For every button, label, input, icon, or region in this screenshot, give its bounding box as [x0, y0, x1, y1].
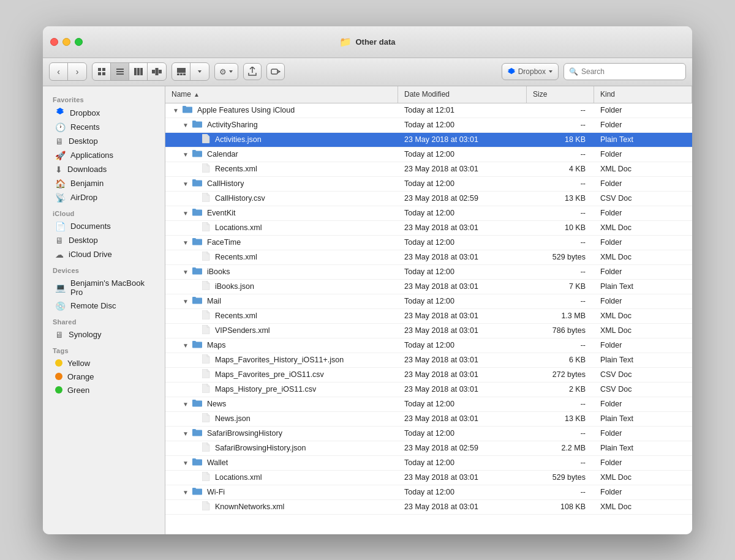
maximize-button[interactable]	[75, 38, 83, 46]
share-button[interactable]	[243, 63, 262, 80]
file-row[interactable]: Locations.xml23 May 2018 at 03:01529 byt…	[165, 471, 692, 485]
search-input[interactable]	[581, 67, 673, 76]
file-row[interactable]: ▼ActivitySharingToday at 12:00--Folder	[165, 118, 692, 133]
forward-button[interactable]: ›	[68, 63, 86, 80]
file-kind: Folder	[594, 238, 692, 247]
file-row[interactable]: Locations.xml23 May 2018 at 03:0110 KBXM…	[165, 221, 692, 236]
sidebar-item-yellow[interactable]: Yellow	[45, 357, 162, 370]
minimize-button[interactable]	[62, 38, 70, 46]
file-name: EventKit	[207, 209, 236, 217]
action-button[interactable]: ⚙	[214, 63, 238, 80]
disclosure-triangle[interactable]: ▼	[181, 210, 190, 217]
file-row[interactable]: Maps_History_pre_iOS11.csv23 May 2018 at…	[165, 383, 692, 397]
file-row[interactable]: ▼FaceTimeToday at 12:00--Folder	[165, 236, 692, 250]
gallery-view-button[interactable]	[172, 63, 190, 80]
svg-rect-14	[177, 73, 179, 75]
file-row[interactable]: ▼iBooksToday at 12:00--Folder	[165, 265, 692, 280]
file-size: 108 KB	[527, 502, 594, 511]
titlebar: 📁 Other data	[43, 26, 692, 58]
disclosure-triangle[interactable]: ▼	[181, 430, 190, 437]
file-row[interactable]: Recents.xml23 May 2018 at 03:014 KBXML D…	[165, 162, 692, 177]
document-icon	[202, 442, 210, 454]
file-row[interactable]: iBooks.json23 May 2018 at 03:017 KBPlain…	[165, 280, 692, 294]
gallery-view-dropdown[interactable]	[190, 63, 209, 80]
disclosure-triangle[interactable]: ▼	[181, 122, 190, 129]
sidebar-item-icloud-drive[interactable]: ☁ iCloud Drive	[45, 248, 162, 261]
file-row[interactable]: ▼CallHistoryToday at 12:00--Folder	[165, 177, 692, 192]
dropbox-button[interactable]: Dropbox	[502, 63, 559, 80]
column-view-button[interactable]	[129, 63, 148, 80]
file-row[interactable]: CallHistory.csv23 May 2018 at 02:5913 KB…	[165, 192, 692, 206]
file-kind: Plain Text	[594, 282, 692, 291]
sidebar-item-macbook[interactable]: 💻 Benjamin's MacBook Pro	[45, 277, 162, 299]
file-row[interactable]: ▼MailToday at 12:00--Folder	[165, 294, 692, 309]
back-button[interactable]: ‹	[50, 63, 68, 80]
sidebar-item-synology[interactable]: 🖥 Synology	[45, 328, 162, 342]
file-size: 18 KB	[527, 135, 594, 144]
sidebar-item-dropbox[interactable]: Dropbox	[45, 106, 162, 120]
icloud-drive-icon: ☁	[55, 250, 64, 259]
file-row[interactable]: KnownNetworks.xml23 May 2018 at 03:01108…	[165, 500, 692, 515]
finder-window: 📁 Other data ‹ ›	[43, 26, 692, 534]
file-date: Today at 12:00	[398, 429, 527, 438]
file-row[interactable]: ▼SafariBrowsingHistoryToday at 12:00--Fo…	[165, 427, 692, 441]
desktop-icon: 🖥	[55, 136, 64, 146]
file-row[interactable]: SafariBrowsingHistory.json23 May 2018 at…	[165, 441, 692, 456]
folder-icon	[192, 267, 202, 277]
list-view-button[interactable]	[111, 63, 129, 80]
file-row[interactable]: ▼EventKitToday at 12:00--Folder	[165, 206, 692, 221]
file-name: Locations.xml	[215, 223, 262, 232]
date-column-header[interactable]: Date Modified	[398, 86, 527, 103]
disclosure-triangle[interactable]: ▼	[181, 181, 190, 187]
sidebar-item-idesktop[interactable]: 🖥 Desktop	[45, 234, 162, 247]
size-column-header[interactable]: Size	[527, 86, 594, 103]
sidebar-item-benjamin[interactable]: 🏠 Benjamin	[45, 177, 162, 190]
file-row[interactable]: Maps_Favorites_History_iOS11+.json23 May…	[165, 353, 692, 368]
disclosure-triangle[interactable]: ▼	[181, 151, 190, 158]
file-row[interactable]: ▼CalendarToday at 12:00--Folder	[165, 147, 692, 162]
close-button[interactable]	[50, 38, 58, 46]
yellow-tag-label: Yellow	[67, 359, 90, 368]
file-row[interactable]: ▼MapsToday at 12:00--Folder	[165, 338, 692, 353]
disclosure-triangle[interactable]: ▼	[181, 269, 190, 275]
kind-column-header[interactable]: Kind	[594, 86, 692, 103]
sidebar-item-remote-disc[interactable]: 💿 Remote Disc	[45, 299, 162, 313]
file-row[interactable]: News.json23 May 2018 at 03:0113 KBPlain …	[165, 412, 692, 427]
file-name: Maps_Favorites_pre_iOS11.csv	[215, 370, 324, 379]
sidebar-item-green[interactable]: Green	[45, 384, 162, 397]
sidebar-item-orange[interactable]: Orange	[45, 370, 162, 383]
file-row[interactable]: Recents.xml23 May 2018 at 03:01529 bytes…	[165, 250, 692, 265]
file-row[interactable]: Recents.xml23 May 2018 at 03:011.3 MBXML…	[165, 309, 692, 324]
sidebar-item-applications[interactable]: 🚀 Applications	[45, 149, 162, 162]
search-box[interactable]: 🔍	[564, 63, 686, 80]
tag-button[interactable]	[266, 63, 285, 80]
disclosure-triangle[interactable]: ▼	[172, 107, 180, 114]
file-size: 13 KB	[527, 414, 594, 423]
disclosure-triangle[interactable]: ▼	[181, 401, 190, 408]
disclosure-triangle[interactable]: ▼	[181, 489, 190, 496]
sidebar-item-airdrop[interactable]: 📡 AirDrop	[45, 191, 162, 204]
file-kind: Plain Text	[594, 135, 692, 144]
file-row[interactable]: Maps_Favorites_pre_iOS11.csv23 May 2018 …	[165, 368, 692, 383]
sidebar-item-recents[interactable]: 🕐 Recents	[45, 121, 162, 134]
file-row[interactable]: Activities.json23 May 2018 at 03:0118 KB…	[165, 133, 692, 147]
cover-flow-button[interactable]	[148, 63, 166, 80]
disclosure-triangle[interactable]: ▼	[181, 298, 190, 305]
icon-view-button[interactable]	[92, 63, 111, 80]
disclosure-triangle[interactable]: ▼	[181, 460, 190, 466]
disclosure-triangle[interactable]: ▼	[181, 239, 190, 246]
disclosure-triangle[interactable]: ▼	[181, 342, 190, 349]
file-row[interactable]: ▼NewsToday at 12:00--Folder	[165, 397, 692, 412]
file-date: Today at 12:00	[398, 238, 527, 247]
file-row[interactable]: ▼Apple Features Using iCloudToday at 12:…	[165, 103, 692, 118]
sidebar-item-downloads[interactable]: ⬇ Downloads	[45, 163, 162, 176]
name-column-header[interactable]: Name ▲	[165, 86, 398, 103]
file-row[interactable]: ▼WalletToday at 12:00--Folder	[165, 456, 692, 471]
svg-rect-19	[271, 69, 277, 74]
sidebar-item-idocuments[interactable]: 📄 Documents	[45, 220, 162, 233]
file-name: CallHistory.csv	[215, 194, 265, 203]
sidebar-item-desktop[interactable]: 🖥 Desktop	[45, 135, 162, 148]
file-size: 7 KB	[527, 282, 594, 291]
file-row[interactable]: VIPSenders.xml23 May 2018 at 03:01786 by…	[165, 324, 692, 338]
file-row[interactable]: ▼Wi-FiToday at 12:00--Folder	[165, 485, 692, 500]
